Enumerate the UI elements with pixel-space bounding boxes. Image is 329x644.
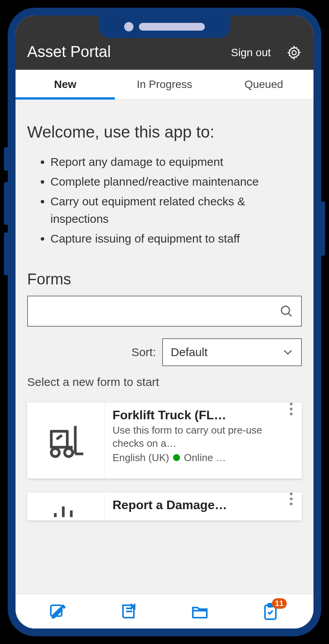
card-menu-button[interactable] — [280, 492, 302, 505]
tab-new[interactable]: New — [16, 70, 115, 99]
side-button — [4, 147, 9, 170]
form-card-meta: English (UK) Online … — [113, 452, 272, 464]
svg-point-5 — [64, 449, 73, 457]
forklift-icon — [45, 419, 87, 462]
welcome-bullet: Carry out equipment related checks & ins… — [50, 193, 302, 227]
sort-value: Default — [171, 346, 208, 359]
notch-speaker-icon — [139, 23, 205, 31]
compose-icon — [49, 602, 68, 621]
welcome-list: Report any damage to equipment Complete … — [27, 153, 302, 247]
screen: Asset Portal Sign out New In Progress Qu… — [16, 15, 313, 629]
svg-point-4 — [51, 449, 59, 457]
header-actions: Sign out — [231, 45, 302, 60]
welcome-bullet: Complete planned/reactive maintenance — [50, 173, 302, 190]
form-card-lang: English (UK) — [113, 452, 169, 464]
welcome-heading: Welcome, use this app to: — [27, 123, 302, 141]
form-card-status: Online … — [184, 452, 226, 464]
bottom-nav: 11 — [16, 594, 313, 629]
form-card-desc: Use this form to carry out pre-use check… — [113, 424, 272, 450]
nav-book-button[interactable] — [120, 602, 139, 621]
svg-point-1 — [281, 306, 289, 314]
phone-notch — [99, 15, 230, 38]
form-card-icon — [27, 492, 105, 520]
welcome-bullet: Report any damage to equipment — [50, 153, 302, 170]
svg-rect-3 — [51, 431, 67, 447]
form-card-body: Report a Damage… — [105, 492, 280, 518]
nav-clipboard-button[interactable]: 11 — [261, 602, 280, 621]
notification-badge: 11 — [272, 598, 287, 609]
chart-icon — [45, 492, 87, 520]
side-button — [4, 182, 9, 225]
form-card-forklift[interactable]: Forklift Truck (FL… Use this form to car… — [27, 403, 302, 479]
nav-compose-button[interactable] — [49, 602, 68, 621]
sort-label: Sort: — [132, 346, 156, 359]
side-button — [320, 201, 325, 256]
notch-camera-icon — [124, 22, 133, 31]
tab-queued[interactable]: Queued — [214, 70, 313, 99]
gear-icon — [286, 45, 302, 60]
side-button — [4, 232, 9, 275]
settings-button[interactable] — [286, 45, 302, 60]
phone-frame: Asset Portal Sign out New In Progress Qu… — [8, 8, 321, 636]
book-icon — [120, 602, 139, 621]
welcome-bullet: Capture issuing of equipment to staff — [50, 230, 302, 247]
forms-instruction: Select a new form to start — [27, 375, 302, 389]
form-card-title: Forklift Truck (FL… — [113, 408, 272, 422]
main-content: Welcome, use this app to: Report any dam… — [16, 100, 313, 594]
sign-out-link[interactable]: Sign out — [231, 46, 271, 59]
sort-row: Sort: Default — [27, 338, 302, 366]
form-card-body: Forklift Truck (FL… Use this form to car… — [105, 403, 280, 469]
status-dot-icon — [173, 454, 180, 461]
tab-in-progress[interactable]: In Progress — [115, 70, 214, 99]
chevron-down-icon — [282, 347, 293, 358]
forms-heading: Forms — [27, 270, 302, 288]
tab-bar: New In Progress Queued — [16, 70, 313, 100]
svg-line-2 — [289, 313, 292, 317]
form-card-icon — [27, 403, 105, 479]
card-menu-button[interactable] — [280, 403, 302, 415]
svg-point-0 — [292, 51, 296, 55]
folder-icon — [190, 602, 209, 621]
sort-select[interactable]: Default — [162, 338, 302, 366]
search-icon — [279, 304, 293, 318]
app-title: Asset Portal — [27, 43, 111, 60]
search-input[interactable] — [27, 296, 302, 327]
nav-folder-button[interactable] — [190, 602, 209, 621]
form-card-damage[interactable]: Report a Damage… — [27, 492, 302, 520]
form-card-title: Report a Damage… — [113, 498, 272, 512]
